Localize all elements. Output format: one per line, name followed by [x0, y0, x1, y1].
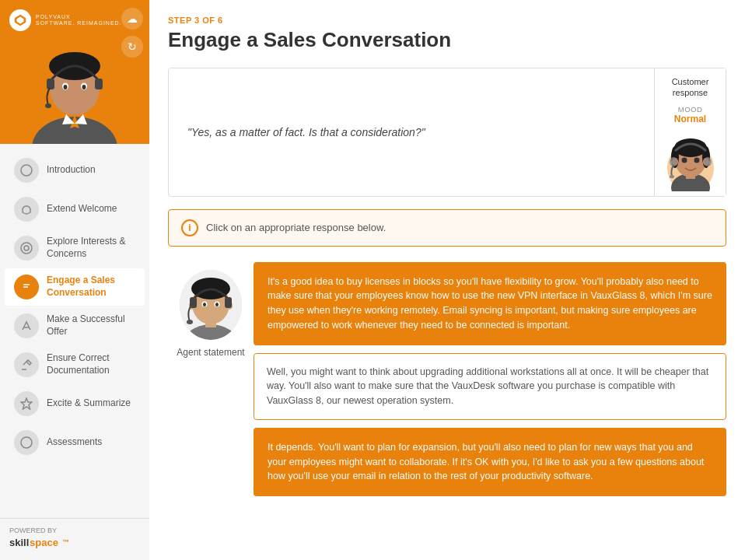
sidebar-item-make-offer[interactable]: Make a Successful Offer: [5, 307, 145, 345]
svg-text:™: ™: [62, 538, 69, 546]
svg-marker-27: [21, 398, 32, 409]
svg-point-18: [24, 246, 29, 250]
customer-response-panel: Customer response MOOD Normal: [654, 68, 726, 196]
sidebar-item-extend-welcome[interactable]: Extend Welcome: [5, 191, 145, 228]
nav-label-assessments: Assessments: [47, 436, 102, 449]
svg-rect-57: [190, 297, 197, 308]
customer-mood-section: MOOD Normal: [674, 105, 706, 124]
info-icon: i: [181, 219, 198, 236]
svg-point-17: [21, 243, 32, 254]
excite-summarize-icon: [14, 391, 39, 416]
sidebar-item-excite-summarize[interactable]: Excite & Summarize: [5, 385, 145, 422]
agent-statement-panel: Agent statement: [168, 262, 254, 359]
svg-point-8: [64, 85, 68, 89]
skillspace-logo: skill space ™: [9, 534, 72, 552]
nav-label-engage-sales: Engage a Sales Conversation: [47, 275, 135, 299]
customer-response-label-area: Customer response: [659, 76, 721, 99]
instruction-box: i Click on an appropriate response below…: [168, 209, 726, 247]
assessments-icon: [14, 430, 39, 455]
nav-label-make-offer: Make a Successful Offer: [47, 313, 135, 338]
sidebar: POLYVAUX SOFTWARE. REIMAGINED. ☁ ↻: [0, 0, 149, 560]
nav-label-excite-summarize: Excite & Summarize: [47, 397, 131, 410]
customer-portrait-wrapper: [663, 129, 719, 191]
sidebar-item-ensure-docs[interactable]: Ensure Correct Documentation: [5, 346, 145, 383]
sidebar-logo: POLYVAUX SOFTWARE. REIMAGINED.: [9, 9, 122, 31]
svg-point-55: [203, 303, 206, 306]
logo-icon: [9, 9, 31, 31]
make-offer-icon: [14, 313, 39, 338]
nav-label-explore-interests: Explore Interests & Concerns: [47, 236, 135, 260]
nav-label-extend-welcome: Extend Welcome: [47, 203, 117, 215]
customer-response-area: "Yes, as a matter of fact. Is that a con…: [168, 68, 726, 197]
sidebar-item-assessments[interactable]: Assessments: [5, 424, 145, 461]
sidebar-item-engage-sales[interactable]: Engage a Sales Conversation: [5, 268, 145, 306]
agent-statement-label: Agent statement: [177, 346, 244, 359]
powered-by-section: POWERED BY skill space ™: [9, 527, 72, 552]
nav-label-introduction: Introduction: [47, 164, 96, 177]
svg-point-16: [21, 165, 32, 176]
response-option-1[interactable]: It's a good idea to buy licenses in bloc…: [254, 262, 726, 345]
agent-area: Agent statement It's a good idea to buy …: [168, 262, 726, 497]
extend-welcome-icon: [14, 197, 39, 222]
customer-portrait-svg: [663, 129, 719, 191]
svg-marker-25: [26, 360, 31, 365]
brand-name: POLYVAUX: [36, 14, 122, 20]
powered-by-text: POWERED BY: [9, 527, 72, 534]
instruction-text: Click on an appropriate response below.: [206, 222, 386, 233]
svg-point-42: [704, 157, 712, 166]
introduction-icon: [14, 158, 39, 183]
svg-marker-20: [24, 290, 29, 292]
explore-interests-icon: [14, 236, 39, 261]
brand-tagline: SOFTWARE. REIMAGINED.: [36, 20, 122, 26]
svg-point-9: [82, 85, 86, 89]
nav-items: Introduction Extend Welcome Explore Inte…: [0, 144, 149, 518]
svg-point-28: [21, 437, 32, 448]
svg-point-43: [681, 157, 687, 163]
step-label: STEP 3 OF 6: [168, 16, 726, 25]
sidebar-header: POLYVAUX SOFTWARE. REIMAGINED. ☁ ↻: [0, 0, 149, 144]
svg-rect-58: [225, 297, 232, 308]
customer-quote: "Yes, as a matter of fact. Is that a con…: [169, 68, 654, 196]
svg-point-45: [670, 175, 674, 178]
svg-point-44: [694, 157, 699, 163]
upload-icon[interactable]: ☁: [121, 8, 143, 30]
page-title: Engage a Sales Conversation: [168, 28, 726, 52]
svg-text:space: space: [30, 537, 58, 548]
customer-response-label: Customer response: [659, 76, 721, 99]
sidebar-item-introduction[interactable]: Introduction: [5, 152, 145, 189]
response-options: It's a good idea to buy licenses in bloc…: [254, 262, 726, 497]
response-option-3[interactable]: It depends. You'll want to plan for expa…: [254, 428, 726, 496]
mood-value: Normal: [674, 114, 706, 124]
ensure-docs-icon: [14, 352, 39, 377]
mood-label: MOOD: [674, 105, 706, 114]
agent-avatar: [180, 270, 242, 340]
svg-text:skill: skill: [9, 537, 29, 548]
engage-sales-icon: [14, 275, 39, 299]
nav-label-ensure-docs: Ensure Correct Documentation: [47, 352, 135, 376]
main-content: STEP 3 OF 6 Engage a Sales Conversation …: [149, 0, 745, 560]
svg-rect-11: [95, 79, 103, 89]
svg-rect-10: [47, 79, 54, 89]
svg-point-12: [45, 103, 51, 108]
svg-point-59: [187, 320, 193, 324]
logo-text: POLYVAUX SOFTWARE. REIMAGINED.: [36, 14, 122, 27]
response-option-2[interactable]: Well, you might want to think about upgr…: [254, 353, 726, 420]
svg-rect-19: [21, 282, 32, 290]
sidebar-footer: POWERED BY skill space ™: [0, 518, 149, 560]
sidebar-item-explore-interests[interactable]: Explore Interests & Concerns: [5, 229, 145, 267]
svg-point-56: [215, 303, 219, 306]
